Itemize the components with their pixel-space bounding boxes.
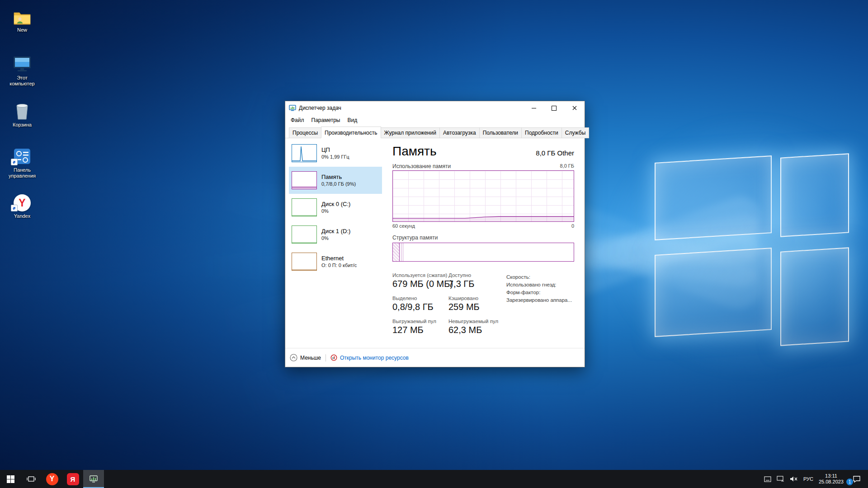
stat-value: 62,3 МБ bbox=[448, 325, 498, 335]
stat-committed: Выделено 0,8/9,8 ГБ bbox=[392, 296, 434, 312]
taskbar: Y Я bbox=[0, 470, 868, 488]
sidebar-item-disk1[interactable]: Диск 1 (D:) 0% bbox=[289, 221, 382, 248]
fewer-details-label: Меньше bbox=[300, 355, 321, 361]
tab-details[interactable]: Подробности bbox=[521, 127, 562, 138]
composition-divider bbox=[401, 243, 401, 261]
task-view-button[interactable] bbox=[21, 470, 42, 488]
hardware-details: Скорость: Использовано гнезд: Форм-факто… bbox=[506, 273, 572, 304]
touch-keyboard-icon[interactable] bbox=[764, 476, 771, 482]
disk1-mini-graph bbox=[292, 225, 317, 244]
action-center-button[interactable]: 1 bbox=[849, 470, 864, 488]
tab-processes[interactable]: Процессы bbox=[289, 127, 321, 138]
desktop-icon-label: Yandex bbox=[4, 213, 41, 219]
windows-logo-pane bbox=[655, 155, 772, 240]
memory-usage-graph bbox=[392, 170, 574, 222]
tab-performance[interactable]: Производительность bbox=[321, 127, 381, 138]
clock[interactable]: 13:11 25.08.2023 bbox=[819, 473, 844, 485]
windows-logo-pane bbox=[780, 247, 849, 346]
sidebar-item-cpu[interactable]: ЦП 0% 1,99 ГГц bbox=[289, 140, 382, 167]
close-icon bbox=[572, 106, 577, 110]
memory-capacity: 8,0 ГБ Other bbox=[536, 149, 574, 157]
performance-sidebar: ЦП 0% 1,99 ГГц Память 0,7/8,0 ГБ (9%) bbox=[289, 140, 382, 275]
chevron-up-circle-icon bbox=[290, 354, 297, 361]
resource-monitor-label: Открыть монитор ресурсов bbox=[340, 355, 409, 361]
language-indicator[interactable]: РУС bbox=[803, 476, 813, 482]
yandex-app-letter: Я bbox=[71, 475, 75, 483]
stat-label: Выгружаемый пул bbox=[392, 319, 436, 324]
desktop-icon-label: Панель управления bbox=[4, 167, 41, 179]
menu-options[interactable]: Параметры bbox=[308, 115, 344, 125]
open-resource-monitor-link[interactable]: Открыть монитор ресурсов bbox=[330, 354, 409, 361]
perf-title: ЦП bbox=[321, 146, 349, 154]
window-title: Диспетчер задач bbox=[299, 105, 341, 111]
close-button[interactable] bbox=[564, 101, 585, 115]
stat-label: Используется (сжатая) bbox=[392, 272, 453, 278]
perf-title: Диск 0 (C:) bbox=[321, 201, 350, 208]
perf-subtitle: 0% bbox=[321, 235, 350, 241]
desktop-icon-label: Этот компьютер bbox=[4, 75, 41, 87]
recycle-bin-icon bbox=[4, 100, 41, 120]
desktop-icon-yandex[interactable]: Y Yandex bbox=[4, 192, 41, 219]
memory-mini-graph bbox=[292, 171, 317, 189]
title-bar[interactable]: Диспетчер задач bbox=[285, 101, 585, 115]
start-button[interactable] bbox=[0, 470, 21, 488]
sidebar-item-ethernet[interactable]: Ethernet О: 0 П: 0 кбит/с bbox=[289, 248, 382, 275]
cpu-mini-graph bbox=[292, 144, 317, 162]
detail-speed: Скорость: bbox=[506, 273, 572, 281]
desktop-icon-control-panel[interactable]: Панель управления bbox=[4, 145, 41, 179]
stat-in-use: Используется (сжатая) 679 МБ (0 МБ) bbox=[392, 272, 453, 289]
footer-divider bbox=[326, 354, 326, 361]
stat-label: Невыгружаемый пул bbox=[448, 319, 498, 324]
sidebar-item-memory[interactable]: Память 0,7/8,0 ГБ (9%) bbox=[289, 167, 382, 194]
tab-startup[interactable]: Автозагрузка bbox=[439, 127, 480, 138]
task-view-icon bbox=[27, 475, 36, 483]
action-center-icon bbox=[853, 475, 861, 483]
tab-users[interactable]: Пользователи bbox=[479, 127, 522, 138]
system-tray: РУС 13:11 25.08.2023 1 bbox=[764, 470, 868, 488]
minimize-button[interactable] bbox=[524, 101, 544, 115]
fewer-details-button[interactable]: Меньше bbox=[290, 354, 321, 361]
stat-value: 127 МБ bbox=[392, 325, 436, 335]
tab-app-history[interactable]: Журнал приложений bbox=[381, 127, 440, 138]
yandex-app-icon: Я bbox=[67, 473, 79, 485]
maximize-button[interactable] bbox=[544, 101, 564, 115]
display-cast-icon[interactable] bbox=[777, 476, 784, 482]
taskbar-yandex-app[interactable]: Я bbox=[62, 470, 83, 488]
stat-label: Выделено bbox=[392, 296, 434, 301]
task-manager-footer: Меньше Открыть монитор ресурсов bbox=[285, 348, 585, 367]
desktop-icon-new[interactable]: New bbox=[4, 5, 41, 33]
memory-title: Память bbox=[392, 144, 437, 159]
performance-content: ЦП 0% 1,99 ГГц Память 0,7/8,0 ГБ (9%) bbox=[285, 138, 585, 348]
usage-graph-label: Использование памяти bbox=[392, 163, 451, 169]
stat-value: 0,8/9,8 ГБ bbox=[392, 302, 434, 312]
detail-form-factor: Форм-фактор: bbox=[506, 289, 572, 296]
clock-time: 13:11 bbox=[819, 473, 844, 479]
graph-zero: 0 bbox=[571, 223, 574, 229]
taskbar-task-manager[interactable] bbox=[83, 470, 104, 488]
menu-file[interactable]: Файл bbox=[287, 115, 308, 125]
desktop-icon-label: New bbox=[4, 27, 41, 33]
volume-muted-icon[interactable] bbox=[790, 476, 798, 482]
menu-bar: Файл Параметры Вид bbox=[285, 115, 585, 126]
sidebar-item-disk0[interactable]: Диск 0 (C:) 0% bbox=[289, 194, 382, 221]
detail-hw-reserved: Зарезервировано аппара... bbox=[506, 296, 572, 304]
perf-title: Память bbox=[321, 174, 356, 181]
notification-badge: 1 bbox=[846, 479, 853, 485]
desktop-screen: New Этот компьютер Корзина bbox=[0, 0, 868, 488]
windows-logo-pane bbox=[780, 153, 849, 237]
yandex-browser-icon: Y bbox=[46, 473, 58, 485]
desktop-icon-recycle-bin[interactable]: Корзина bbox=[4, 100, 41, 128]
graph-time-span: 60 секунд bbox=[392, 223, 415, 229]
disk0-mini-graph bbox=[292, 198, 317, 216]
stat-label: Кэшировано bbox=[448, 296, 480, 301]
memory-in-use-segment bbox=[393, 243, 400, 261]
yandex-browser-letter: Y bbox=[50, 475, 55, 483]
usage-graph-max: 8,0 ГБ bbox=[560, 163, 574, 169]
taskbar-yandex-browser[interactable]: Y bbox=[42, 470, 62, 488]
detail-slots: Использовано гнезд: bbox=[506, 281, 572, 289]
windows-start-icon bbox=[7, 475, 14, 483]
tab-services[interactable]: Службы bbox=[561, 127, 589, 138]
menu-view[interactable]: Вид bbox=[344, 115, 361, 125]
task-manager-taskbar-icon bbox=[89, 475, 98, 483]
desktop-icon-this-pc[interactable]: Этот компьютер bbox=[4, 53, 41, 87]
